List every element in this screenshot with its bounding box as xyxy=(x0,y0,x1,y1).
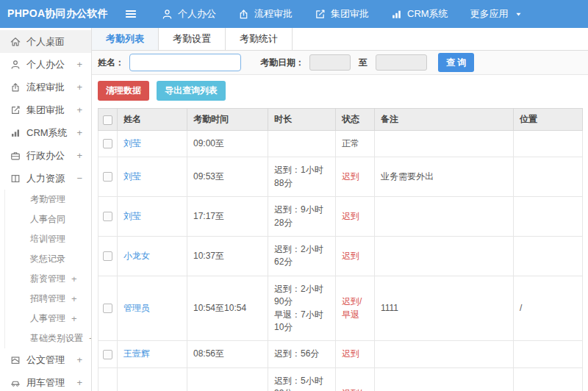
employee-name-link[interactable]: 刘莹 xyxy=(123,171,141,182)
sidebar-item[interactable]: 个人办公 + xyxy=(0,53,91,76)
top-nav-label: 流程审批 xyxy=(254,7,293,21)
sidebar-item-label: CRM系统 xyxy=(26,126,68,140)
sidebar-item[interactable]: 薪资管理 + xyxy=(4,269,91,289)
sidebar-item-label: 人事合同 xyxy=(30,213,65,226)
row-checkbox[interactable] xyxy=(103,172,112,182)
duration-text: 迟到：1小时88分 xyxy=(274,165,323,187)
select-all-checkbox[interactable] xyxy=(103,115,112,125)
expand-toggle[interactable]: + xyxy=(76,104,82,115)
app-logo[interactable]: PHPOA协同办公软件 xyxy=(0,7,92,21)
tab-label: 考勤设置 xyxy=(173,33,211,44)
sidebar-item-label: 公文管理 xyxy=(26,354,65,367)
top-header: PHPOA协同办公软件 个人办公 流程审批 集团审批 xyxy=(0,0,588,28)
user-icon xyxy=(162,9,173,20)
sidebar-item[interactable]: 奖惩记录 xyxy=(4,249,91,269)
sidebar-item-label: 考勤管理 xyxy=(30,193,65,206)
home-icon xyxy=(10,37,21,47)
sidebar-item[interactable]: 流程审批 + xyxy=(0,76,91,98)
duration-text: 迟到：2小时62分 xyxy=(274,244,323,267)
sidebar-item[interactable]: 人力资源 − xyxy=(0,167,91,190)
table-row: 刘莹 09:53至 迟到：1小时88分 迟到 业务需要外出 xyxy=(98,157,583,197)
sidebar-item-label: 薪资管理 xyxy=(30,273,65,285)
sidebar: 个人桌面 个人办公 + 流程审批 + 集团审批 + xyxy=(0,28,92,391)
top-nav-label: CRM系统 xyxy=(407,7,448,21)
employee-name-link[interactable]: 刘莹 xyxy=(123,138,141,148)
doc-icon xyxy=(10,355,21,365)
employee-name-link[interactable]: 管理员 xyxy=(123,303,150,313)
hamburger-icon xyxy=(124,7,137,21)
remark-text: 业务需要外出 xyxy=(381,171,434,182)
expand-toggle[interactable]: − xyxy=(76,173,82,184)
top-nav-label: 个人办公 xyxy=(178,7,216,21)
column-header-remark: 备注 xyxy=(375,109,514,131)
expand-toggle[interactable]: + xyxy=(71,273,77,284)
expand-toggle[interactable]: + xyxy=(71,313,77,324)
share-icon xyxy=(10,82,21,93)
location-text: / xyxy=(520,303,522,313)
row-checkbox[interactable] xyxy=(103,212,112,221)
sidebar-item[interactable]: 公文管理 + xyxy=(0,348,91,371)
top-nav-item[interactable]: 流程审批 xyxy=(227,0,304,28)
status-badge: 迟到 xyxy=(342,251,359,261)
employee-name-link[interactable]: 王壹辉 xyxy=(123,348,150,359)
row-checkbox[interactable] xyxy=(103,139,112,148)
sidebar-item-label: 集团审批 xyxy=(26,104,65,117)
sidebar-item[interactable]: 行政办公 + xyxy=(0,144,91,167)
status-badge: 迟到/早退 xyxy=(342,388,362,391)
expand-toggle[interactable]: + xyxy=(76,377,82,388)
sidebar-item[interactable]: 用车管理 + xyxy=(0,371,91,391)
expand-toggle[interactable]: + xyxy=(76,127,82,138)
tab[interactable]: 考勤设置 xyxy=(159,28,226,50)
row-checkbox[interactable] xyxy=(103,350,112,359)
top-nav-item[interactable]: 集团审批 xyxy=(304,0,380,28)
share-icon xyxy=(238,9,249,20)
menu-toggle-button[interactable] xyxy=(124,7,137,21)
name-label: 姓名： xyxy=(98,57,124,69)
expand-toggle[interactable]: + xyxy=(71,293,77,304)
sidebar-item-label: 培训管理 xyxy=(30,233,65,245)
sidebar-item[interactable]: CRM系统 + xyxy=(0,121,91,144)
sidebar-item[interactable]: 基础类别设置 + xyxy=(4,329,91,348)
date-label: 考勤日期： xyxy=(260,57,304,69)
date-start-input[interactable] xyxy=(309,54,351,71)
duration-text: 迟到：56分 xyxy=(274,348,319,359)
row-checkbox[interactable] xyxy=(103,251,112,261)
table-header-row: 姓名 考勤时间 时长 状态 备注 位置 xyxy=(98,109,583,131)
date-end-input[interactable] xyxy=(376,54,427,71)
employee-name-link[interactable]: 刘莹 xyxy=(123,211,141,221)
expand-toggle[interactable]: + xyxy=(76,354,82,365)
clear-data-button[interactable]: 清理数据 xyxy=(98,81,149,101)
expand-toggle[interactable]: + xyxy=(76,82,82,93)
top-nav-item[interactable]: 个人办公 xyxy=(151,0,227,28)
sidebar-item[interactable]: 个人桌面 xyxy=(0,30,91,53)
search-button[interactable]: 查 询 xyxy=(438,53,474,72)
employee-name-link[interactable]: 小龙女 xyxy=(123,251,150,261)
top-nav-item[interactable]: CRM系统 xyxy=(380,0,459,28)
name-input[interactable] xyxy=(129,54,241,71)
tab[interactable]: 考勤列表 xyxy=(92,28,159,50)
sidebar-item-label: 用车管理 xyxy=(26,376,65,390)
tab[interactable]: 考勤统计 xyxy=(226,28,293,50)
attendance-time: 10:54至10:54 xyxy=(193,303,246,313)
expand-toggle[interactable]: + xyxy=(76,150,82,161)
sidebar-item-label: 行政办公 xyxy=(26,149,65,162)
sidebar-item-label: 奖惩记录 xyxy=(30,253,65,265)
row-checkbox[interactable] xyxy=(103,304,112,313)
sidebar-item[interactable]: 考勤管理 xyxy=(4,190,91,209)
chart-icon xyxy=(391,9,402,20)
export-list-button[interactable]: 导出查询列表 xyxy=(157,81,226,101)
table-row: 管理员 10:54至10:54 迟到：2小时90分 早退：7小时10分 迟到/早… xyxy=(98,276,583,341)
sidebar-item[interactable]: 集团审批 + xyxy=(0,98,91,121)
table-row: 刘莹 17:17至 迟到：9小时28分 迟到 xyxy=(98,197,583,237)
expand-toggle[interactable]: + xyxy=(76,59,82,70)
top-nav-item[interactable]: 更多应用 xyxy=(459,0,534,28)
main-content: 考勤列表 考勤设置 考勤统计 姓名： 考勤日期： 至 查 询 清理数据 导出查询 xyxy=(92,28,588,391)
sidebar-item[interactable]: 人事管理 + xyxy=(4,309,91,329)
sidebar-item[interactable]: 人事合同 xyxy=(4,209,91,229)
column-header-duration: 时长 xyxy=(268,109,336,131)
sidebar-item[interactable]: 培训管理 xyxy=(4,229,91,249)
sidebar-item[interactable]: 招聘管理 + xyxy=(4,289,91,309)
tab-bar: 考勤列表 考勤设置 考勤统计 xyxy=(92,28,588,51)
status-badge: 迟到 xyxy=(342,171,359,182)
status-badge: 正常 xyxy=(342,138,359,148)
